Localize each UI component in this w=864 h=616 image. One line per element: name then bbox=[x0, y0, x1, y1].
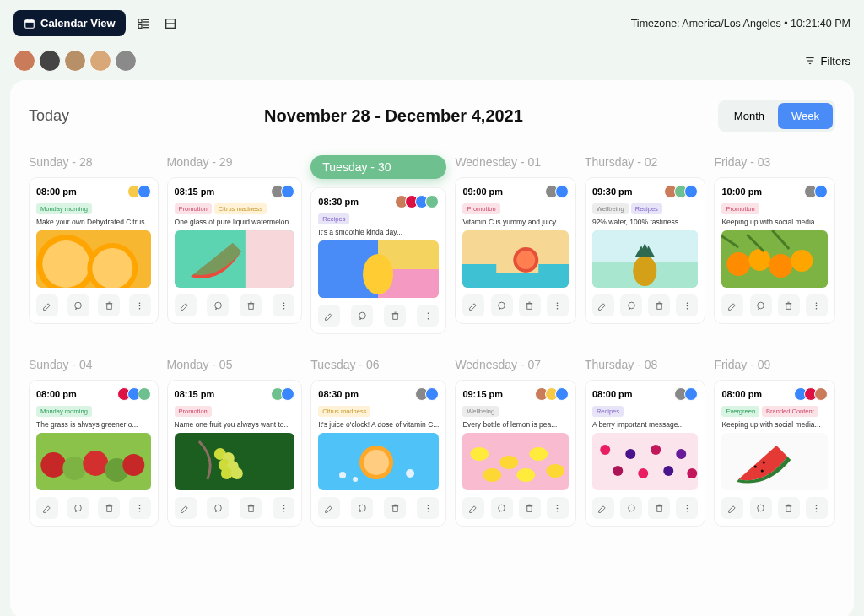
more-button[interactable] bbox=[273, 497, 294, 519]
user-avatar[interactable] bbox=[64, 50, 86, 72]
comment-button[interactable] bbox=[491, 497, 513, 519]
svg-point-111 bbox=[339, 472, 346, 478]
comment-button[interactable] bbox=[207, 497, 229, 519]
edit-button[interactable] bbox=[175, 497, 197, 519]
comment-button[interactable] bbox=[750, 294, 772, 316]
card-tags: Monday morning bbox=[36, 406, 151, 417]
comment-icon bbox=[755, 503, 766, 514]
delete-button[interactable] bbox=[240, 497, 262, 519]
more-button[interactable] bbox=[676, 497, 698, 519]
more-button[interactable] bbox=[806, 497, 828, 519]
card-image bbox=[462, 433, 569, 490]
edit-button[interactable] bbox=[175, 294, 197, 316]
month-toggle[interactable]: Month bbox=[721, 103, 778, 129]
more-button[interactable] bbox=[547, 497, 569, 519]
delete-button[interactable] bbox=[778, 294, 800, 316]
svg-point-40 bbox=[359, 312, 366, 319]
week-toggle[interactable]: Week bbox=[778, 103, 833, 129]
delete-button[interactable] bbox=[240, 294, 262, 316]
more-button[interactable] bbox=[806, 294, 828, 316]
card-image bbox=[721, 433, 828, 490]
list-view-icon[interactable] bbox=[134, 14, 153, 33]
comment-button[interactable] bbox=[620, 294, 642, 316]
delete-button[interactable] bbox=[778, 497, 800, 519]
calendar-view-button[interactable]: Calendar View bbox=[14, 10, 126, 36]
tag: Citrus madness bbox=[214, 203, 267, 214]
more-button[interactable] bbox=[417, 305, 439, 327]
more-button[interactable] bbox=[417, 497, 439, 519]
post-card[interactable]: 08:00 pm Monday morning The grass is alw… bbox=[29, 380, 159, 527]
delete-button[interactable] bbox=[98, 497, 120, 519]
assignee-avatars bbox=[545, 185, 569, 198]
svg-point-154 bbox=[761, 470, 764, 473]
card-time: 08:00 pm bbox=[36, 389, 77, 399]
comment-button[interactable] bbox=[351, 305, 373, 327]
post-card[interactable]: 08:15 pm PromotionCitrus madness One gla… bbox=[167, 177, 303, 324]
comment-button[interactable] bbox=[351, 497, 373, 519]
edit-button[interactable] bbox=[721, 294, 743, 316]
post-card[interactable]: 08:30 pm Recipes It's a smoothie kinda d… bbox=[310, 187, 446, 334]
post-card[interactable]: 08:30 pm Citrus madness It's juice o'clo… bbox=[310, 380, 446, 527]
card-actions bbox=[462, 497, 569, 519]
assignee-avatar bbox=[425, 195, 439, 208]
edit-icon bbox=[727, 300, 738, 311]
post-card[interactable]: 09:30 pm WellbeingRecipes 92% water, 100… bbox=[585, 177, 706, 324]
edit-button[interactable] bbox=[36, 497, 58, 519]
delete-button[interactable] bbox=[648, 497, 670, 519]
delete-button[interactable] bbox=[519, 497, 541, 519]
user-avatar[interactable] bbox=[89, 50, 111, 72]
delete-button[interactable] bbox=[648, 294, 670, 316]
filters-button[interactable]: Filters bbox=[804, 55, 850, 68]
svg-point-155 bbox=[758, 505, 764, 511]
assignee-avatars bbox=[664, 185, 698, 198]
user-avatar[interactable] bbox=[115, 50, 137, 72]
delete-icon bbox=[654, 503, 665, 514]
more-button[interactable] bbox=[547, 294, 569, 316]
comment-button[interactable] bbox=[750, 497, 772, 519]
user-avatar[interactable] bbox=[14, 50, 35, 72]
assignee-avatars bbox=[127, 185, 151, 198]
delete-button[interactable] bbox=[384, 497, 406, 519]
more-button[interactable] bbox=[273, 294, 294, 316]
delete-button[interactable] bbox=[519, 294, 541, 316]
post-card[interactable]: 08:15 pm Promotion Name one fruit you al… bbox=[167, 380, 303, 527]
comment-button[interactable] bbox=[68, 294, 89, 316]
edit-button[interactable] bbox=[318, 497, 340, 519]
card-actions bbox=[36, 497, 151, 519]
comment-button[interactable] bbox=[68, 497, 89, 519]
edit-button[interactable] bbox=[36, 294, 58, 316]
more-button[interactable] bbox=[129, 294, 151, 316]
edit-button[interactable] bbox=[592, 497, 614, 519]
post-card[interactable]: 08:00 pm Monday morning Make your own De… bbox=[29, 177, 159, 324]
day-header: Wednesday - 01 bbox=[455, 155, 576, 169]
edit-button[interactable] bbox=[592, 294, 614, 316]
post-card[interactable]: 08:00 pm Recipes A berry important messa… bbox=[585, 380, 706, 527]
post-card[interactable]: 08:00 pm EvergreenBranded Content Keepin… bbox=[714, 380, 835, 527]
post-card[interactable]: 09:00 pm Promotion Vitamin C is yummy an… bbox=[455, 177, 576, 324]
comment-icon bbox=[357, 503, 368, 514]
more-icon bbox=[552, 503, 563, 514]
card-actions bbox=[318, 305, 439, 327]
edit-button[interactable] bbox=[721, 497, 743, 519]
comment-button[interactable] bbox=[207, 294, 229, 316]
more-button[interactable] bbox=[676, 294, 698, 316]
card-description: The grass is always greener o... bbox=[36, 420, 151, 429]
comment-button[interactable] bbox=[620, 497, 642, 519]
delete-button[interactable] bbox=[384, 305, 406, 327]
svg-point-136 bbox=[600, 445, 610, 455]
edit-button[interactable] bbox=[318, 305, 340, 327]
delete-button[interactable] bbox=[98, 294, 120, 316]
post-card[interactable]: 10:00 pm Promotion Keeping up with socia… bbox=[714, 177, 835, 324]
card-actions bbox=[462, 294, 569, 316]
edit-button[interactable] bbox=[462, 294, 484, 316]
comment-button[interactable] bbox=[491, 294, 513, 316]
grid-view-icon[interactable] bbox=[161, 14, 180, 33]
edit-button[interactable] bbox=[462, 497, 484, 519]
svg-point-34 bbox=[283, 305, 284, 306]
more-button[interactable] bbox=[129, 497, 151, 519]
user-avatar[interactable] bbox=[39, 50, 61, 72]
post-card[interactable]: 09:15 pm Wellbeing Every bottle of lemon… bbox=[455, 380, 576, 527]
tag: Evergreen bbox=[721, 406, 759, 417]
assignee-avatar bbox=[684, 387, 698, 401]
svg-point-159 bbox=[816, 505, 818, 506]
